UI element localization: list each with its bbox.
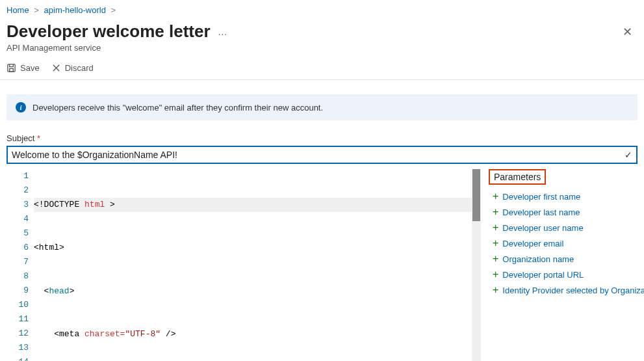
plus-icon: + <box>493 269 498 280</box>
check-icon: ✓ <box>625 150 632 160</box>
save-label: Save <box>20 63 40 73</box>
info-icon: i <box>16 102 26 113</box>
scrollbar-vertical[interactable] <box>472 169 481 361</box>
line-gutter: 123456789101112131415 <box>6 169 34 361</box>
breadcrumb-home[interactable]: Home <box>6 5 29 15</box>
param-dev-portal-url[interactable]: +Developer portal URL <box>489 267 644 282</box>
close-icon <box>51 63 61 73</box>
info-banner: i Developers receive this "welcome" emai… <box>6 94 638 120</box>
info-text: Developers receive this "welcome" email … <box>32 103 323 113</box>
breadcrumb: Home > apim-hello-world > <box>0 0 644 18</box>
plus-icon: + <box>493 206 498 218</box>
save-icon <box>6 63 16 73</box>
plus-icon: + <box>493 191 498 202</box>
code-content[interactable]: <!DOCTYPE html > <html> <head> <meta cha… <box>34 169 472 361</box>
subject-input[interactable]: Welcome to the $OrganizationName API! ✓ <box>6 146 638 164</box>
subject-label: Subject * <box>0 133 644 146</box>
page-subtitle: API Management service <box>0 42 644 59</box>
save-button[interactable]: Save <box>6 63 40 73</box>
plus-icon: + <box>493 222 498 234</box>
plus-icon: + <box>493 253 498 265</box>
close-button[interactable]: ✕ <box>617 22 638 42</box>
param-org-name[interactable]: +Organization name <box>489 251 644 267</box>
subject-value: Welcome to the $OrganizationName API! <box>12 150 625 160</box>
parameters-panel: Parameters +Developer first name +Develo… <box>481 169 644 361</box>
required-indicator: * <box>37 133 40 143</box>
chevron-right-icon: > <box>34 5 39 15</box>
parameters-title: Parameters <box>489 169 546 185</box>
param-dev-email[interactable]: +Developer email <box>489 235 644 251</box>
discard-button[interactable]: Discard <box>51 63 94 73</box>
more-actions-button[interactable]: ··· <box>218 29 228 39</box>
plus-icon: + <box>493 237 498 249</box>
param-dev-user-name[interactable]: +Developer user name <box>489 220 644 235</box>
svg-rect-1 <box>10 68 14 72</box>
toolbar: Save Discard <box>0 59 644 80</box>
chevron-right-icon: > <box>111 5 116 15</box>
breadcrumb-service[interactable]: apim-hello-world <box>44 5 106 15</box>
svg-rect-0 <box>8 64 15 72</box>
param-identity-provider[interactable]: +Identity Provider selected by Organizat… <box>489 282 644 298</box>
page-title: Developer welcome letter <box>6 21 211 42</box>
plus-icon: + <box>493 284 498 296</box>
scrollbar-thumb[interactable] <box>472 169 480 221</box>
param-dev-first-name[interactable]: +Developer first name <box>489 189 644 204</box>
param-dev-last-name[interactable]: +Developer last name <box>489 204 644 220</box>
discard-label: Discard <box>65 63 94 73</box>
code-editor[interactable]: 123456789101112131415 <!DOCTYPE html > <… <box>6 169 481 361</box>
